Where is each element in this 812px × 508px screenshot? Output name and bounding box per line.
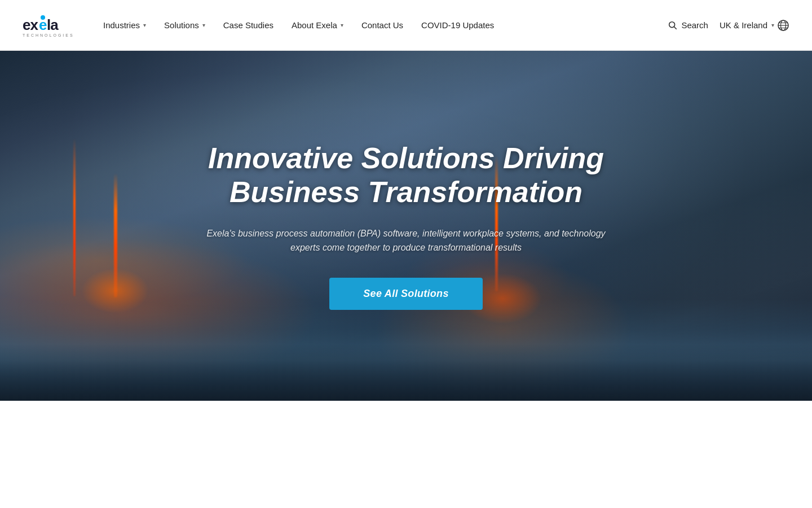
svg-text:ex: ex [23,16,38,33]
svg-point-3 [41,15,45,20]
chevron-down-icon: ▾ [202,22,205,28]
chevron-down-icon: ▾ [143,22,146,28]
main-nav: Industries ▾ Solutions ▾ Case Studies Ab… [96,16,501,34]
header: ex e la TECHNOLOGIES Industries ▾ Soluti… [0,0,812,51]
header-left: ex e la TECHNOLOGIES Industries ▾ Soluti… [23,12,501,39]
nav-item-solutions[interactable]: Solutions ▾ [157,16,212,34]
logo[interactable]: ex e la TECHNOLOGIES [23,12,76,39]
hero-content: Innovative Solutions Driving Business Tr… [175,142,637,310]
hero-section: Innovative Solutions Driving Business Tr… [0,51,812,401]
region-label: UK & Ireland [720,20,767,30]
see-all-solutions-button[interactable]: See All Solutions [329,278,482,310]
lava-streak-2 [73,138,76,296]
nav-item-covid[interactable]: COVID-19 Updates [414,16,501,34]
chevron-down-icon: ▾ [771,22,774,28]
hero-subtitle: Exela's business process automation (BPA… [197,226,615,255]
lava-glow-1 [81,268,149,313]
search-button[interactable]: Search [668,20,708,30]
globe-icon [777,19,789,32]
header-right: Search UK & Ireland ▾ [668,19,789,32]
nav-item-solutions-label: Solutions [164,20,199,30]
hero-rock [0,344,812,401]
chevron-down-icon: ▾ [341,22,343,28]
nav-item-covid-label: COVID-19 Updates [421,20,494,30]
svg-text:la: la [47,16,59,33]
nav-item-case-studies-label: Case Studies [223,20,273,30]
nav-item-contact[interactable]: Contact Us [355,16,410,34]
nav-item-contact-label: Contact Us [361,20,403,30]
search-icon [668,20,678,30]
nav-item-case-studies[interactable]: Case Studies [217,16,280,34]
logo-svg: ex e la TECHNOLOGIES [23,12,76,39]
region-selector[interactable]: UK & Ireland ▾ [720,19,789,32]
nav-item-industries-label: Industries [103,20,140,30]
search-label: Search [681,20,708,30]
nav-item-about-exela-label: About Exela [292,20,337,30]
hero-title: Innovative Solutions Driving Business Tr… [197,142,615,209]
nav-item-industries[interactable]: Industries ▾ [96,16,153,34]
svg-text:TECHNOLOGIES: TECHNOLOGIES [23,33,74,37]
svg-line-6 [674,27,677,29]
nav-item-about-exela[interactable]: About Exela ▾ [285,16,350,34]
